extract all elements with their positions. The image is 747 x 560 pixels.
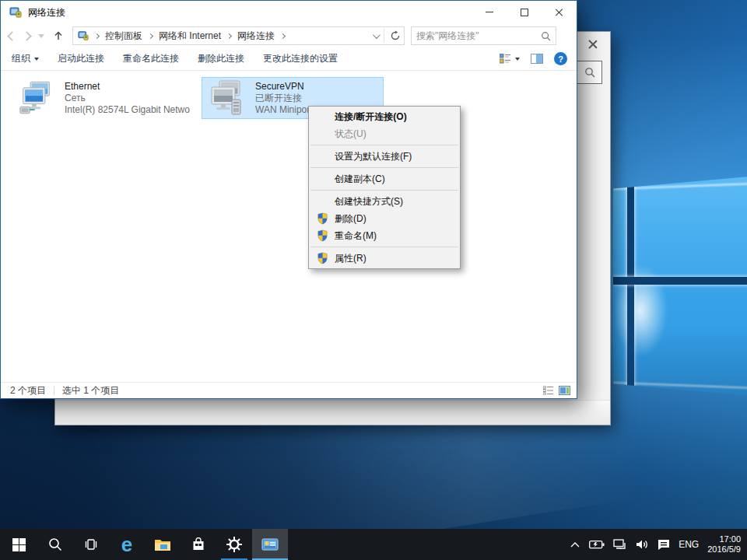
chevron-right-icon xyxy=(280,33,286,38)
search-input[interactable] xyxy=(416,30,541,41)
logo-horizontal-bar xyxy=(613,277,747,285)
menu-separator xyxy=(310,167,458,168)
menu-item-label: 状态(U) xyxy=(335,128,366,141)
address-dropdown-icon[interactable] xyxy=(373,31,381,39)
start-button[interactable] xyxy=(0,529,37,560)
change-settings-button[interactable]: 更改此连接的设置 xyxy=(263,52,338,65)
store-button[interactable] xyxy=(181,529,216,560)
tray-chevron-up-icon[interactable] xyxy=(570,541,580,548)
menu-item-delete[interactable]: 删除(D) xyxy=(309,210,460,227)
network-connections-taskbar-button[interactable] xyxy=(252,529,288,560)
clock-date: 2016/5/9 xyxy=(707,544,741,555)
selection-count: 选中 1 个项目 xyxy=(62,384,119,397)
start-connection-label: 启动此连接 xyxy=(58,52,104,65)
breadcrumb-control-panel[interactable]: 控制面板 xyxy=(105,30,142,43)
menu-separator xyxy=(310,145,458,145)
menu-item-status: 状态(U) xyxy=(309,125,460,142)
file-explorer-button[interactable] xyxy=(145,529,181,560)
uac-shield-icon xyxy=(317,252,328,264)
change-view-button[interactable] xyxy=(500,54,520,64)
chevron-right-icon xyxy=(94,33,100,38)
caption-buttons xyxy=(472,1,577,24)
start-connection-button[interactable]: 启动此连接 xyxy=(58,52,104,65)
connection-status: 已断开连接 xyxy=(255,93,313,104)
task-view-icon xyxy=(83,538,99,551)
minimize-button[interactable] xyxy=(472,1,507,23)
command-bar-right: ? xyxy=(500,52,567,65)
edge-icon: e xyxy=(121,534,132,555)
close-icon[interactable] xyxy=(587,38,599,51)
connection-item-ethernet[interactable]: Ethernet Сеть Intel(R) 82574L Gigabit Ne… xyxy=(13,77,195,119)
minimize-icon xyxy=(486,12,493,12)
rename-connection-button[interactable]: 重命名此连接 xyxy=(123,52,179,65)
connection-name: SecureVPN xyxy=(255,81,313,93)
close-button[interactable] xyxy=(542,1,577,23)
close-icon xyxy=(555,8,564,17)
action-center-icon[interactable] xyxy=(658,539,670,551)
settings-gear-icon xyxy=(226,537,242,552)
recent-locations-icon[interactable] xyxy=(38,34,44,38)
power-battery-icon[interactable] xyxy=(589,540,605,549)
search-icon[interactable] xyxy=(541,31,551,41)
settings-button[interactable] xyxy=(216,529,252,560)
menu-item-create-shortcut[interactable]: 创建快捷方式(S) xyxy=(309,193,460,210)
chevron-down-icon xyxy=(515,58,520,61)
maximize-button[interactable] xyxy=(507,1,542,23)
delete-connection-button[interactable]: 删除此连接 xyxy=(198,52,244,65)
change-settings-label: 更改此连接的设置 xyxy=(263,52,338,65)
connection-text: Ethernet Сеть Intel(R) 82574L Gigabit Ne… xyxy=(65,81,190,116)
network-connections-app-icon xyxy=(261,538,279,551)
menu-item-properties[interactable]: 属性(R) xyxy=(309,250,460,267)
menu-separator xyxy=(310,190,458,191)
forward-icon[interactable] xyxy=(22,31,32,41)
breadcrumb-network-internet[interactable]: 网络和 Internet xyxy=(159,30,221,43)
connection-status: Сеть xyxy=(65,93,190,104)
organize-label: 组织 xyxy=(12,52,30,65)
menu-item-label: 连接/断开连接(O) xyxy=(335,110,407,124)
menu-item-label: 设置为默认连接(F) xyxy=(335,150,412,163)
maximize-icon xyxy=(521,9,528,16)
chevron-right-icon xyxy=(148,33,153,38)
nav-arrows xyxy=(9,30,65,42)
search-box[interactable] xyxy=(411,26,556,45)
menu-item-connect-disconnect[interactable]: 连接/断开连接(O) xyxy=(309,108,460,125)
up-icon[interactable] xyxy=(52,30,65,42)
address-bar[interactable]: 控制面板 网络和 Internet 网络连接 xyxy=(72,26,405,45)
address-divider xyxy=(384,29,384,43)
menu-item-label: 删除(D) xyxy=(335,212,366,226)
window-title: 网络连接 xyxy=(28,6,65,19)
back-icon[interactable] xyxy=(7,31,17,41)
menu-item-rename[interactable]: 重命名(M) xyxy=(309,227,460,244)
status-divider xyxy=(54,386,54,395)
large-icons-view-icon[interactable] xyxy=(559,386,570,395)
edge-button[interactable]: e xyxy=(109,529,145,560)
chevron-right-icon xyxy=(226,33,232,38)
search-icon xyxy=(584,67,595,78)
breadcrumb-root-icon[interactable] xyxy=(78,30,89,41)
menu-item-create-copy[interactable]: 创建副本(C) xyxy=(309,170,460,187)
refresh-icon[interactable] xyxy=(390,30,401,41)
menu-item-set-default[interactable]: 设置为默认连接(F) xyxy=(309,148,460,165)
clock-time: 17:00 xyxy=(707,534,741,544)
menu-item-label: 重命名(M) xyxy=(335,229,377,243)
connection-device: WAN Miniport xyxy=(255,104,313,116)
organize-button[interactable]: 组织 xyxy=(12,52,39,65)
chevron-down-icon xyxy=(34,58,39,61)
uac-shield-icon xyxy=(317,212,328,225)
uac-shield-icon xyxy=(317,229,328,242)
store-icon xyxy=(191,537,205,551)
clock[interactable]: 17:00 2016/5/9 xyxy=(707,534,741,555)
folder-content[interactable]: Ethernet Сеть Intel(R) 82574L Gigabit Ne… xyxy=(1,71,577,382)
details-view-icon[interactable] xyxy=(543,386,554,395)
ethernet-connection-icon xyxy=(19,79,57,117)
task-view-button[interactable] xyxy=(73,529,109,560)
preview-pane-icon[interactable] xyxy=(531,54,543,64)
language-indicator[interactable]: ENG xyxy=(679,539,699,550)
network-tray-icon[interactable] xyxy=(613,539,627,550)
breadcrumb-network-connections[interactable]: 网络连接 xyxy=(237,30,275,43)
title-bar[interactable]: 网络连接 xyxy=(1,1,577,24)
volume-icon[interactable] xyxy=(636,539,649,550)
taskbar-search-button[interactable] xyxy=(37,529,73,560)
help-button[interactable]: ? xyxy=(554,52,567,65)
view-tiles-icon xyxy=(500,54,511,64)
